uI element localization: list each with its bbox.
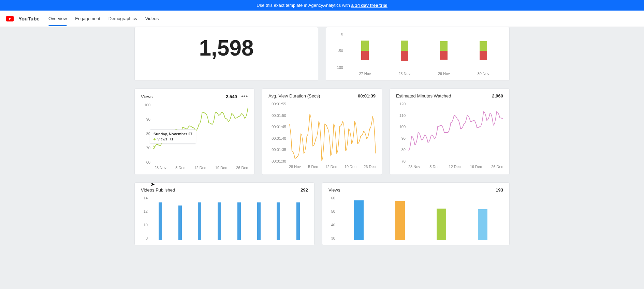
tab-demographics[interactable]: Demographics: [108, 11, 137, 26]
subs-x-tick: 30 Nov: [478, 72, 489, 76]
min-plot[interactable]: [408, 102, 503, 163]
x-tick: 5 Dec: [429, 165, 439, 169]
x-tick: 28 Nov: [155, 166, 166, 170]
cursor-icon: ➤: [150, 181, 155, 187]
views-card: Views 2,549 ••• 100 90 80 70 60: [134, 88, 254, 175]
y-tick: 90: [141, 117, 150, 121]
vp-y-axis: 14 12 10 8: [141, 196, 148, 240]
y-tick: 40: [328, 223, 335, 227]
tabs: Overview Engagement Demographics Videos: [48, 11, 159, 26]
videos-published-title: Videos Published: [141, 187, 175, 193]
tab-videos[interactable]: Videos: [145, 11, 159, 26]
y-tick: 00:01:30: [268, 159, 286, 163]
x-tick: 19 Dec: [215, 166, 227, 170]
big-number-card: 1,598: [134, 27, 318, 81]
avg-y-axis: 00:01:55 00:01:50 00:01:45 00:01:40 00:0…: [268, 102, 286, 163]
tab-engagement[interactable]: Engagement: [75, 11, 100, 26]
y-tick: 00:01:50: [268, 113, 286, 118]
y-tick: 110: [396, 113, 406, 118]
avg-duration-title: Avg. View Duration (Secs): [268, 93, 320, 98]
avg-plot[interactable]: [289, 102, 376, 163]
videos-published-card: Videos Published 292 14 12 10 8 ➤: [134, 182, 314, 245]
x-tick: 5 Dec: [308, 165, 318, 169]
x-tick: 28 Nov: [289, 165, 301, 169]
y-tick: 50: [328, 209, 335, 213]
promo-text: Use this exact template in AgencyAnalyti…: [257, 3, 351, 8]
subs-y-tick: -100: [332, 65, 343, 70]
bottom-views-card: Views 193 60 50 40 30: [322, 182, 510, 245]
subs-y-tick: 0: [332, 32, 343, 36]
x-tick: 12 Dec: [449, 165, 461, 169]
y-tick: 8: [141, 236, 148, 240]
subs-x-tick: 28 Nov: [398, 72, 410, 76]
y-tick: 100: [141, 103, 150, 107]
minutes-watched-card: Estimated Minutes Watched 2,960 120 110 …: [390, 88, 510, 175]
views-plot[interactable]: Sunday, November 27 Views71: [153, 103, 248, 164]
avg-duration-total: 00:01:39: [358, 93, 376, 98]
subs-x-axis: 27 Nov 28 Nov 29 Nov 30 Nov: [332, 72, 503, 76]
x-tick: 26 Dec: [364, 165, 376, 169]
views-x-axis: 28 Nov 5 Dec 12 Dec 19 Dec 26 Dec: [141, 166, 248, 170]
y-tick: 70: [141, 146, 150, 150]
y-tick: 00:01:35: [268, 148, 286, 152]
svg-point-0: [153, 146, 155, 149]
promo-banner: Use this exact template in AgencyAnalyti…: [0, 0, 644, 11]
views-tooltip: Sunday, November 27 Views71: [150, 130, 196, 143]
tooltip-date: Sunday, November 27: [153, 132, 192, 136]
y-tick: 70: [396, 159, 406, 163]
y-tick: 00:01:40: [268, 136, 286, 140]
more-icon[interactable]: •••: [241, 93, 248, 99]
y-tick: 10: [141, 223, 148, 227]
dot-icon: [153, 138, 156, 140]
tooltip-value: 71: [169, 137, 173, 141]
x-tick: 26 Dec: [491, 165, 503, 169]
x-tick: 12 Dec: [194, 166, 206, 170]
views-title: Views: [141, 94, 152, 99]
subs-y-tick: -50: [332, 49, 343, 53]
x-tick: 19 Dec: [470, 165, 482, 169]
y-tick: 60: [328, 196, 335, 200]
subs-x-tick: 29 Nov: [438, 72, 450, 76]
views-total: 2,549: [226, 94, 237, 99]
views-y-axis: 100 90 80 70 60: [141, 103, 150, 164]
brand-title: YouTube: [18, 16, 40, 21]
y-tick: 90: [396, 136, 406, 140]
subs-y-axis: 0 -50 -100: [332, 32, 343, 70]
vp-bars[interactable]: [150, 196, 308, 240]
tooltip-label: Views: [157, 137, 167, 141]
y-tick: 80: [396, 148, 406, 152]
x-tick: 26 Dec: [236, 166, 248, 170]
bv-bars[interactable]: [338, 196, 503, 240]
bottom-views-total: 193: [496, 187, 503, 193]
min-x-axis: 28 Nov 5 Dec 12 Dec 19 Dec 26 Dec: [396, 165, 503, 169]
y-tick: 00:01:45: [268, 125, 286, 129]
row-top: 1,598 0 -50 -100 27 Nov 28 Nov: [134, 27, 510, 81]
y-tick: 120: [396, 102, 406, 106]
row-mid: Views 2,549 ••• 100 90 80 70 60: [134, 88, 510, 175]
row-bottom: Videos Published 292 14 12 10 8 ➤ Views: [134, 182, 510, 245]
tab-overview[interactable]: Overview: [48, 11, 67, 26]
y-tick: 100: [396, 125, 406, 129]
bottom-views-title: Views: [328, 187, 340, 193]
brand: YouTube: [6, 16, 40, 21]
min-y-axis: 120 110 100 90 80 70: [396, 102, 406, 163]
subs-x-tick: 27 Nov: [359, 72, 371, 76]
x-tick: 5 Dec: [175, 166, 185, 170]
subscribers-chart-card: 0 -50 -100 27 Nov 28 Nov 29 Nov 30 Nov: [326, 27, 510, 81]
x-tick: 12 Dec: [325, 165, 337, 169]
bv-y-axis: 60 50 40 30: [328, 196, 335, 240]
avg-x-axis: 28 Nov 5 Dec 12 Dec 19 Dec 26 Dec: [268, 165, 376, 169]
y-tick: 14: [141, 196, 148, 200]
minutes-total: 2,960: [492, 93, 503, 98]
y-tick: 00:01:55: [268, 102, 286, 106]
videos-published-total: 292: [301, 187, 308, 193]
y-tick: 12: [141, 209, 148, 213]
topbar: YouTube Overview Engagement Demographics…: [0, 11, 644, 27]
big-number-value: 1,598: [141, 32, 312, 73]
y-tick: 60: [141, 160, 150, 164]
promo-link[interactable]: a 14 day free trial: [351, 3, 387, 8]
x-tick: 19 Dec: [345, 165, 356, 169]
y-tick: 80: [141, 132, 150, 136]
subs-plot[interactable]: [345, 32, 503, 70]
x-tick: 28 Nov: [408, 165, 420, 169]
